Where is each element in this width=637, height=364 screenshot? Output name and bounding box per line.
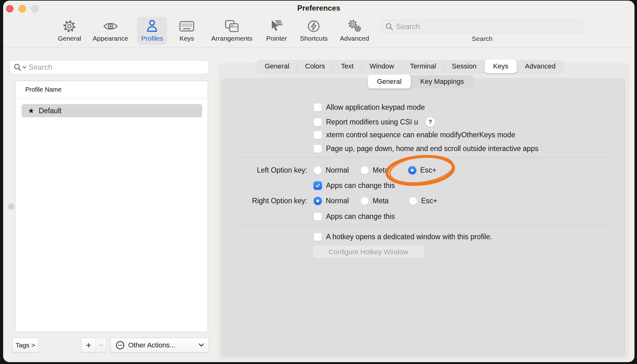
toolbar-item-pointer[interactable]: Pointer	[262, 17, 291, 45]
checkbox-label: Apps can change this	[326, 212, 395, 221]
tab-advanced[interactable]: Advanced	[517, 60, 563, 73]
other-actions-dropdown[interactable]: Other Actions...	[110, 338, 209, 352]
other-actions-label: Other Actions...	[128, 341, 175, 349]
radio-right-normal: Normal	[313, 197, 349, 205]
radio-label: Esc+	[421, 197, 437, 205]
radio-right-esc: Esc+	[409, 197, 437, 205]
radio-button-selected[interactable]	[313, 197, 322, 205]
keyboard-icon	[179, 19, 194, 33]
toolbar-item-label: Appearance	[93, 35, 128, 42]
tab-window[interactable]: Window	[362, 60, 402, 73]
toolbar-item-arrangements[interactable]: Arrangements	[207, 17, 257, 45]
gears-icon	[347, 19, 362, 33]
windows-icon	[225, 19, 239, 33]
checkbox-label: Report modifiers using CSI u	[326, 118, 418, 126]
radio-label: Meta	[373, 197, 389, 205]
radio-left-esc: Esc+	[408, 166, 436, 174]
search-scope-icon	[13, 63, 26, 72]
profile-name: Default	[39, 107, 62, 115]
csi-u-checkbox[interactable]	[313, 118, 322, 126]
profile-search-field[interactable]: Search	[9, 60, 209, 74]
right-apps-can-change-checkbox[interactable]	[313, 212, 322, 221]
configure-hotkey-window-button[interactable]: Configure Hotkey Window	[313, 245, 424, 259]
toolbar-item-keys[interactable]: Keys	[175, 17, 198, 45]
toolbar-item-general[interactable]: General	[54, 17, 85, 45]
person-icon	[145, 19, 159, 33]
left-apps-can-change-checkbox[interactable]	[313, 181, 322, 190]
tab-terminal[interactable]: Terminal	[402, 60, 444, 73]
radio-button[interactable]	[409, 197, 417, 205]
subtab-key-mappings[interactable]: Key Mappings	[411, 75, 473, 88]
profile-tab-bar: General Colors Text Window Terminal Sess…	[257, 60, 563, 73]
toolbar-search-caption: Search	[381, 35, 583, 43]
subtab-general[interactable]: General	[368, 75, 411, 88]
checkbox-label: Allow application keypad mode	[326, 103, 425, 112]
checkbox-row: Page up, page down, home and end scroll …	[313, 144, 538, 153]
preferences-window: Preferences General Appearance Profiles	[3, 1, 634, 362]
search-placeholder: Search	[28, 63, 52, 72]
radio-label: Normal	[326, 166, 349, 174]
checkbox-label: xterm control sequence can enable modify…	[326, 131, 515, 139]
radio-button[interactable]	[360, 197, 369, 205]
checkbox-row: Report modifiers using CSI u ?	[313, 117, 435, 127]
ellipsis-circle-icon	[115, 341, 125, 350]
eye-icon	[103, 19, 118, 33]
toolbar-divider	[3, 47, 634, 48]
list-header-divider	[15, 98, 208, 98]
radio-label: Normal	[326, 197, 349, 205]
radio-button[interactable]	[360, 166, 369, 174]
allow-keypad-checkbox[interactable]	[313, 103, 322, 112]
toolbar-item-label: Arrangements	[211, 35, 252, 42]
help-button[interactable]: ?	[425, 117, 435, 127]
toolbar-item-profiles[interactable]: Profiles	[137, 17, 167, 45]
radio-label: Esc+	[420, 166, 436, 174]
star-icon: ★	[28, 107, 34, 114]
radio-button-selected[interactable]	[408, 166, 416, 174]
modify-other-keys-checkbox[interactable]	[313, 131, 322, 139]
checkbox-label: A hotkey opens a dedicated window with t…	[326, 233, 492, 241]
tab-text[interactable]: Text	[333, 60, 361, 73]
tab-session[interactable]: Session	[444, 60, 484, 73]
radio-label: Meta	[373, 166, 389, 174]
radio-left-normal: Normal	[313, 166, 349, 174]
chevron-down-icon	[199, 343, 204, 347]
checkbox-row: Allow application keypad mode	[313, 103, 425, 112]
checkbox-label: Page up, page down, home and end scroll …	[326, 144, 538, 153]
hotkey-window-checkbox[interactable]	[313, 233, 322, 241]
page-scroll-checkbox[interactable]	[313, 144, 322, 153]
tab-general[interactable]: General	[257, 60, 297, 73]
radio-button[interactable]	[313, 166, 322, 174]
section-divider	[236, 157, 610, 158]
toolbar-item-label: Pointer	[266, 35, 287, 42]
left-option-key-label: Left Option key:	[210, 166, 307, 174]
tab-keys[interactable]: Keys	[485, 59, 517, 73]
toolbar-item-appearance[interactable]: Appearance	[89, 17, 132, 45]
tab-colors[interactable]: Colors	[297, 60, 333, 73]
right-option-key-label: Right Option key:	[210, 197, 307, 205]
toolbar-item-advanced[interactable]: Advanced	[336, 17, 373, 45]
radio-left-meta: Meta	[360, 166, 389, 174]
toolbar-item-label: Keys	[180, 35, 194, 42]
bolt-circle-icon	[307, 19, 320, 33]
cursor-icon	[270, 19, 283, 33]
checkbox-row: Apps can change this	[313, 181, 395, 190]
profile-list: Profile Name ★ Default	[15, 81, 208, 332]
checkbox-row: xterm control sequence can enable modify…	[313, 131, 515, 139]
remove-profile-button[interactable]: −	[96, 338, 106, 352]
keys-subtab-bar: General Key Mappings	[368, 75, 473, 88]
toolbar-item-label: Profiles	[141, 35, 163, 42]
radio-right-meta: Meta	[360, 197, 389, 205]
window-title: Preferences	[3, 4, 634, 13]
search-icon	[385, 23, 393, 31]
checkbox-label: Apps can change this	[326, 181, 395, 190]
search-placeholder: Search	[396, 22, 420, 31]
add-profile-button[interactable]: +	[81, 338, 96, 352]
gear-icon	[63, 19, 76, 33]
toolbar-search-field[interactable]: Search	[381, 20, 583, 33]
toolbar-item-label: General	[58, 35, 81, 42]
tags-button[interactable]: Tags >	[12, 338, 38, 352]
checkbox-row: A hotkey opens a dedicated window with t…	[313, 233, 492, 241]
toolbar-item-shortcuts[interactable]: Shortcuts	[296, 17, 332, 45]
profile-row-default[interactable]: ★ Default	[22, 104, 202, 117]
section-divider	[236, 225, 610, 225]
